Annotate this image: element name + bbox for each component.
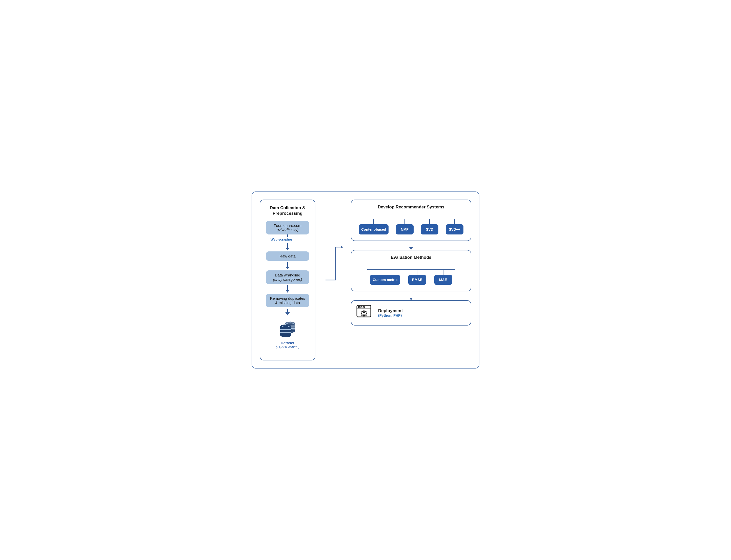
mae-box: MAE xyxy=(434,275,452,285)
svdpp-box: SVD++ xyxy=(446,224,464,234)
rmse-box: RMSE xyxy=(408,275,426,285)
recommender-items: Content-based NMF SVD xyxy=(356,219,466,234)
svg-rect-28 xyxy=(363,315,364,317)
arrow-2 xyxy=(286,285,289,293)
deployment-box: Deployment (Python, PHP) xyxy=(351,300,471,326)
svd-box: SVD xyxy=(421,224,439,234)
svg-point-14 xyxy=(285,324,286,326)
recommender-branches: Content-based NMF SVD xyxy=(356,215,466,234)
deployment-icon-svg xyxy=(356,305,374,320)
connector-arrow-1 xyxy=(409,241,413,250)
left-column: Data Collection & Preprocessing Foursqua… xyxy=(260,200,315,360)
svg-point-15 xyxy=(288,326,289,327)
svg-point-6 xyxy=(289,321,290,323)
database-icon xyxy=(276,319,299,339)
svg-point-23 xyxy=(361,306,362,308)
main-connector xyxy=(323,200,343,360)
dataset-section: Dataset (14,520 values ) xyxy=(276,319,299,349)
deployment-text: Deployment (Python, PHP) xyxy=(378,308,403,317)
deployment-title: Deployment xyxy=(378,308,403,313)
svg-rect-33 xyxy=(365,311,367,312)
web-scraping-label: Web scraping xyxy=(270,238,292,241)
data-wrangling-box: Data wrangling (unify categories) xyxy=(266,270,309,284)
dataset-label: Dataset xyxy=(281,341,294,345)
recommender-box: Develop Recommender Systems Content-base… xyxy=(351,200,471,241)
right-column: Develop Recommender Systems Content-base… xyxy=(351,200,471,360)
content-based-item: Content-based xyxy=(359,219,389,234)
svg-point-24 xyxy=(363,306,364,308)
recommender-title: Develop Recommender Systems xyxy=(356,205,466,210)
connector-arrow-2 xyxy=(409,291,413,300)
removing-duplicates-box: Removing duplicates & missing data xyxy=(266,294,309,307)
dataset-sublabel: (14,520 values ) xyxy=(276,345,299,349)
evaluation-title: Evaluation Methods xyxy=(356,255,466,260)
svg-point-10 xyxy=(280,333,291,337)
mae-item: MAE xyxy=(434,270,452,285)
svdpp-item: SVD++ xyxy=(446,219,464,234)
svg-rect-30 xyxy=(366,313,367,314)
content-based-box: Content-based xyxy=(359,224,389,234)
arrow-1 xyxy=(286,262,289,269)
nmf-item: NMF xyxy=(396,219,414,234)
diagram-container: Data Collection & Preprocessing Foursqua… xyxy=(251,191,480,369)
rmse-item: RMSE xyxy=(408,270,426,285)
evaluation-items: Custom metric RMSE MAE xyxy=(367,270,455,285)
svg-marker-19 xyxy=(341,246,343,249)
svg-rect-27 xyxy=(363,310,364,312)
raw-data-box: Raw data xyxy=(266,251,309,261)
evaluation-box: Evaluation Methods Custom metric RMSE xyxy=(351,250,471,291)
custom-metric-box: Custom metric xyxy=(370,275,400,285)
deployment-subtitle: (Python, PHP) xyxy=(378,313,403,317)
svg-rect-31 xyxy=(361,311,363,312)
svg-point-13 xyxy=(282,326,283,327)
evaluation-branches: Custom metric RMSE MAE xyxy=(356,265,466,285)
svd-item: SVD xyxy=(421,219,439,234)
left-title: Data Collection & Preprocessing xyxy=(264,205,311,216)
custom-metric-item: Custom metric xyxy=(370,270,400,285)
svg-point-5 xyxy=(286,323,287,324)
svg-point-7 xyxy=(292,323,293,324)
svg-rect-29 xyxy=(361,313,362,314)
nmf-box: NMF xyxy=(396,224,414,234)
svg-point-22 xyxy=(358,306,360,308)
foursquare-box: Foursquare.com (Riyadh City) xyxy=(266,221,309,234)
svg-point-26 xyxy=(363,312,365,314)
